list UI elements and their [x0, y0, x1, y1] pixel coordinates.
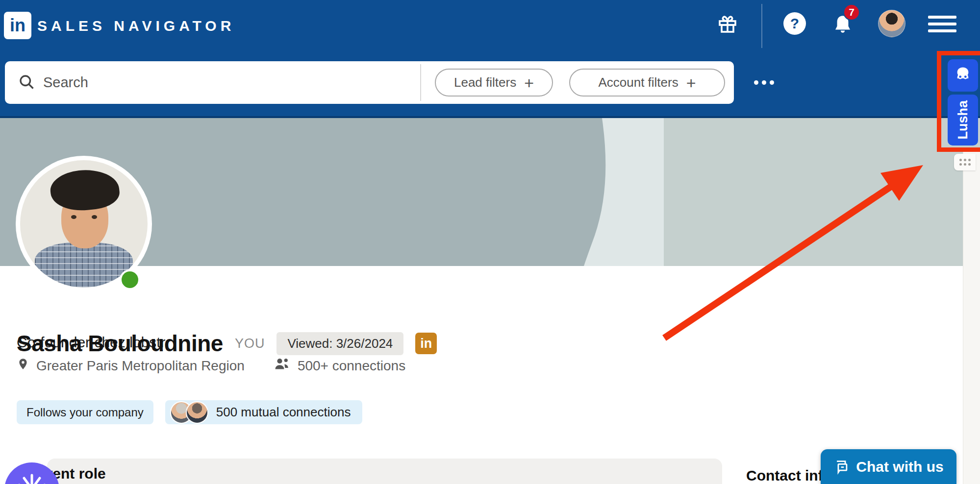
profile-location: Greater Paris Metropolitan Region — [36, 358, 245, 374]
nav-user-avatar[interactable] — [878, 10, 905, 37]
help-icon[interactable]: ? — [783, 12, 806, 35]
you-label: YOU — [235, 336, 265, 351]
view-on-linkedin-icon[interactable]: in — [415, 333, 437, 354]
chat-icon — [833, 459, 850, 475]
location-pin-icon — [17, 356, 29, 376]
connections-icon — [273, 357, 291, 375]
lusha-extension-tab[interactable]: Lusha — [948, 95, 978, 145]
brand-title: SALES NAVIGATOR — [37, 18, 235, 34]
search-input[interactable] — [43, 74, 386, 91]
lusha-label: Lusha — [955, 100, 971, 140]
search-bar: Lead filters + Account filters + — [5, 61, 734, 104]
profile-name: Sasha Bouloudnine — [17, 330, 223, 357]
account-filters-button[interactable]: Account filters + — [569, 69, 725, 97]
drag-dots-icon — [959, 159, 971, 166]
search-icon — [18, 73, 35, 93]
online-status-dot — [120, 269, 140, 290]
gift-icon[interactable] — [716, 12, 739, 36]
chat-label: Chat with us — [856, 459, 943, 475]
follows-company-label: Follows your company — [26, 406, 144, 419]
mutual-connections-label: 500 mutual connections — [216, 405, 351, 420]
contact-info-title: Contact info — [746, 467, 832, 484]
nav-divider — [761, 4, 762, 48]
mutual-avatar-2 — [186, 401, 208, 424]
sidebar-drag-handle[interactable] — [954, 154, 976, 170]
sales-navigator-page: in SALES NAVIGATOR ? 7 — [0, 0, 980, 484]
lusha-sidebar-edge — [963, 152, 980, 484]
more-options-icon[interactable] — [754, 80, 774, 85]
follows-company-badge: Follows your company — [17, 400, 153, 424]
profile-meta-row: Greater Paris Metropolitan Region 500+ c… — [17, 356, 405, 376]
connections-count: 500+ connections — [298, 358, 405, 374]
linkedin-logo[interactable]: in — [4, 12, 31, 39]
viewed-date-badge: Viewed: 3/26/2024 — [276, 332, 403, 355]
lead-filters-label: Lead filters — [454, 75, 516, 90]
current-role-card — [47, 459, 722, 484]
plus-icon: + — [686, 74, 696, 91]
search-divider — [420, 64, 421, 101]
chat-with-us-button[interactable]: Chat with us — [821, 449, 956, 484]
lusha-extension-icon[interactable] — [948, 59, 978, 92]
menu-icon[interactable] — [928, 16, 956, 33]
mutual-connections-badge[interactable]: 500 mutual connections — [165, 400, 363, 424]
sunburst-icon — [13, 463, 50, 484]
top-nav: in SALES NAVIGATOR ? 7 — [0, 0, 980, 118]
notification-count-badge: 7 — [843, 4, 860, 21]
account-filters-label: Account filters — [598, 75, 678, 90]
lead-filters-button[interactable]: Lead filters + — [435, 69, 553, 97]
plus-icon: + — [524, 74, 534, 91]
